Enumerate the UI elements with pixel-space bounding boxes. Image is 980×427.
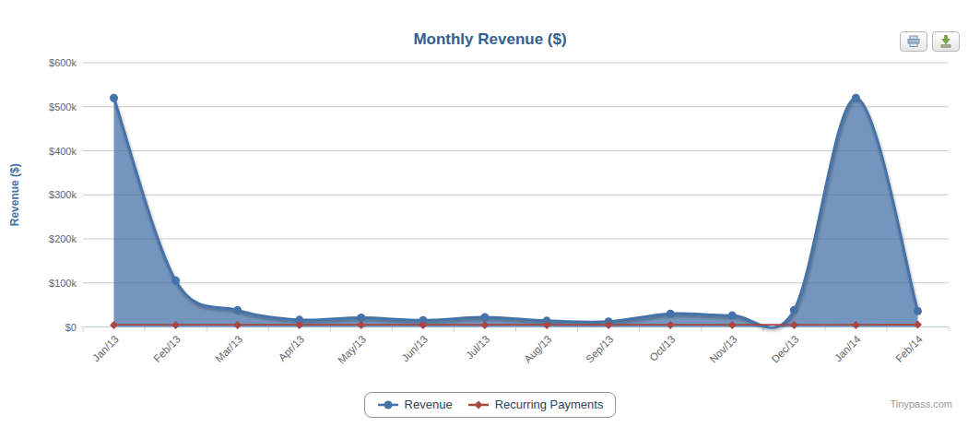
- revenue-legend-marker: [377, 399, 399, 410]
- legend-item-recurring-payments[interactable]: Recurring Payments: [467, 397, 604, 411]
- legend-item-revenue[interactable]: Revenue: [377, 397, 453, 411]
- revenue-marker[interactable]: [233, 306, 242, 314]
- x-axis-label: Aug/13: [522, 333, 553, 364]
- revenue-marker[interactable]: [171, 277, 180, 285]
- legend-label-recurring-payments: Recurring Payments: [495, 397, 604, 411]
- y-axis-label: $500k: [49, 101, 77, 113]
- x-axis-label: Feb/14: [893, 333, 925, 364]
- y-axis-label: $600k: [49, 57, 77, 68]
- revenue-marker[interactable]: [728, 312, 737, 320]
- recurring-payments-legend-marker: [467, 399, 490, 410]
- revenue-marker[interactable]: [852, 94, 860, 102]
- revenue-marker[interactable]: [667, 310, 675, 318]
- revenue-line: [114, 98, 918, 327]
- x-axis-label: Mar/13: [213, 333, 244, 364]
- x-axis-label: Feb/13: [151, 333, 183, 364]
- x-axis-label: Jul/13: [464, 333, 491, 361]
- x-axis-label: Apr/13: [277, 333, 306, 362]
- revenue-marker[interactable]: [914, 307, 922, 315]
- x-axis-label: Nov/13: [707, 333, 738, 364]
- revenue-marker[interactable]: [110, 94, 118, 102]
- x-axis-label: Sep/13: [584, 333, 615, 364]
- x-axis-label: Jun/13: [399, 333, 430, 363]
- revenue-area: [114, 98, 918, 327]
- x-axis-label: Jan/14: [832, 333, 863, 363]
- x-axis-label: Oct/13: [647, 333, 677, 362]
- revenue-marker[interactable]: [357, 314, 365, 322]
- plot-area: $0$100k$200k$300k$400k$500k$600kJan/13Fe…: [0, 0, 980, 427]
- y-axis-label: $0: [65, 322, 77, 333]
- x-axis-label: Dec/13: [769, 333, 800, 364]
- monthly-revenue-chart: Monthly Revenue ($) $0$100k$200k$300k$40…: [0, 0, 980, 427]
- legend: Revenue Recurring Payments: [364, 392, 617, 418]
- y-axis-title: Revenue ($): [8, 163, 21, 226]
- x-axis-label: May/13: [336, 333, 368, 365]
- y-axis-label: $300k: [49, 189, 77, 200]
- revenue-marker[interactable]: [790, 306, 798, 314]
- x-axis-label: Jan/13: [90, 333, 121, 363]
- legend-label-revenue: Revenue: [405, 397, 453, 411]
- revenue-marker[interactable]: [480, 313, 489, 321]
- y-axis-label: $400k: [49, 146, 77, 157]
- credits-link[interactable]: Tinypass.com: [891, 398, 952, 409]
- y-axis-label: $200k: [49, 233, 77, 244]
- y-axis-label: $100k: [49, 278, 77, 289]
